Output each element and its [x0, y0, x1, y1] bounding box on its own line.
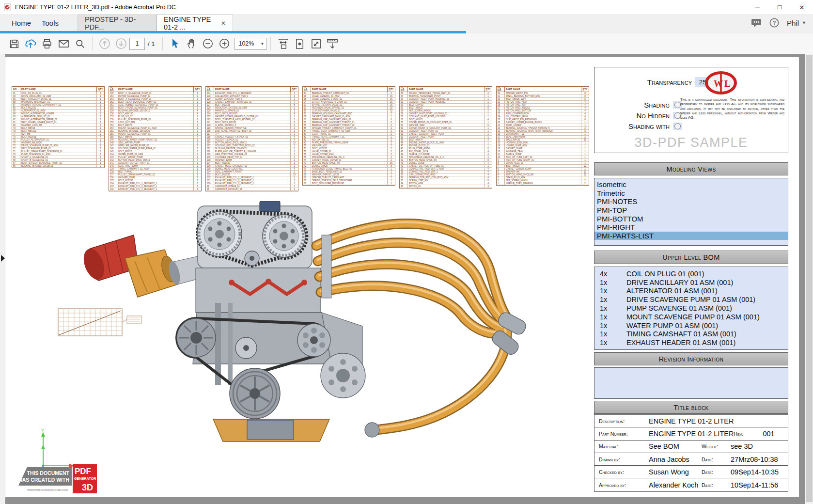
confidentiality-notice: This is a controlled document. This info…: [680, 97, 784, 120]
engine-3d-view[interactable]: [52, 201, 542, 453]
title-block-row: Approved by: Alexander Koch Date: 10Sep1…: [594, 478, 788, 491]
title-block-label: Drawn by:: [599, 457, 649, 462]
chevron-down-icon: ▼: [802, 20, 806, 25]
modeling-views-header: Modeling Views: [594, 162, 788, 175]
save-button[interactable]: [6, 36, 22, 51]
title-block-value: ENGINE TYPE 01-2 LITER: [649, 417, 734, 425]
timing-drive: [197, 201, 312, 268]
parts-tables: NOPART NAMEQTY91COIL_ON_PLUG_01490DRIVE_…: [12, 86, 593, 198]
title-block-label2: Rev:: [734, 431, 763, 437]
svg-text:Y: Y: [41, 428, 44, 433]
hand-tool-button[interactable]: [183, 36, 200, 51]
nav-pane-expand-handle[interactable]: [1, 255, 5, 262]
bom-item[interactable]: 4x COIL ON PLUG 01 (001): [594, 269, 788, 278]
bom-item[interactable]: 1x DRIVE ANCILLARY 01 ASM (001): [594, 278, 788, 287]
user-menu[interactable]: Phil ▼: [787, 19, 806, 27]
exhaust-flange: [322, 235, 331, 298]
fit-width-icon: [278, 38, 289, 49]
print-button[interactable]: [39, 36, 55, 51]
modeling-view-item[interactable]: PMI-BOTTOM: [594, 214, 788, 223]
title-block-row: Part Number: ENGINE TYPE 01-2 LITER Rev:…: [594, 427, 788, 440]
bom-item[interactable]: 1x TIMING CAMSHAFT 01 ASM (001): [594, 330, 788, 339]
title-block-value: Susan Wong: [649, 468, 702, 476]
fit-page-button[interactable]: [291, 36, 308, 51]
title-block-label: Part Number:: [599, 431, 649, 437]
bom-item[interactable]: 1x MOUNT SCAVENGE PUMP 01 ASM (001): [594, 313, 788, 321]
previous-page-button[interactable]: [96, 36, 113, 51]
logo-pdf: PDF: [75, 467, 91, 476]
bom-item-qty: 1x: [594, 339, 626, 346]
bom-item[interactable]: 1x EXHAUST HEADER 01 ASM (001): [594, 338, 788, 347]
title-block-value2: see 3D: [731, 442, 788, 450]
title-block-value2: 10Sep14-11:56: [731, 481, 788, 489]
minimize-button[interactable]: ─: [746, 0, 768, 15]
parts-table: PC NOPART NAMEQTY131EXHAUST_PIPE_CYL_4_S…: [205, 86, 298, 191]
revision-information-header: Revision Information: [594, 352, 788, 365]
bom-item-name: ALTERNATOR 01 ASM (001): [626, 287, 788, 295]
bom-item[interactable]: 1x PUMP SCAVENGE 01 ASM (001): [594, 304, 788, 313]
bom-item[interactable]: 1x DRIVE SCAVENGE PUMP 01 ASM (001): [594, 295, 788, 304]
logo-line2: WAS CREATED WITH: [17, 477, 69, 483]
tab-close-icon[interactable]: ✕: [221, 20, 226, 27]
parts-table: PC NOPART NAMEQTY97BEARING_THRUST_CAMSHA…: [302, 86, 395, 186]
fit-width-button[interactable]: [275, 36, 291, 51]
modeling-view-item[interactable]: PMI-RIGHT: [594, 223, 788, 232]
shading-radio-button[interactable]: [673, 123, 682, 130]
sample-watermark: 3D-PDF SAMPLE: [594, 135, 788, 150]
title-block-label2: Weight:: [702, 443, 731, 449]
parts-table-row: 66BUSHING_BRONZE_20X15X152: [12, 165, 104, 168]
maximize-button[interactable]: ☐: [768, 0, 791, 15]
svg-text:L: L: [724, 79, 731, 89]
bom-item[interactable]: 1x ALTERNATOR 01 ASM (001): [594, 287, 788, 296]
title-block-label: Checked by:: [599, 469, 649, 475]
modeling-view-item[interactable]: Isometric: [594, 180, 788, 189]
fullscreen-button[interactable]: [308, 36, 324, 51]
bom-item-qty: 1x: [594, 330, 626, 338]
read-mode-button[interactable]: [324, 36, 341, 51]
modeling-view-item[interactable]: PMI-NOTES: [594, 197, 788, 206]
user-name: Phil: [787, 19, 799, 27]
bom-item[interactable]: 1x WATER PUMP 01 ASM (001): [594, 321, 788, 330]
bom-item-qty: 1x: [594, 313, 626, 321]
doc-tab-label: PROSTEP - 3D-PDF...: [85, 16, 149, 31]
doc-tab-label: ENGINE TYPE 01-2 ...: [164, 16, 215, 31]
select-tool-button[interactable]: [167, 36, 183, 51]
share-cloud-button[interactable]: [22, 36, 39, 51]
zoom-level-value: 102%: [238, 40, 254, 47]
shading-option-row: No Hidden: [598, 110, 682, 121]
hand-icon: [187, 38, 197, 49]
doc-tab-engine[interactable]: ENGINE TYPE 01-2 ... ✕: [156, 15, 233, 31]
comments-icon[interactable]: [751, 18, 762, 27]
title-block-value: Alexander Koch: [649, 481, 702, 489]
doc-tab-prostep[interactable]: PROSTEP - 3D-PDF...: [78, 15, 156, 31]
parts-table-row: 33PISTON_014: [400, 185, 492, 188]
zoom-out-button[interactable]: [200, 36, 216, 51]
modeling-view-item[interactable]: PMI-TOP: [594, 206, 788, 215]
modeling-view-item[interactable]: PMI-PARTS-LIST: [594, 232, 788, 240]
scrollbar-thumb[interactable]: [806, 55, 813, 502]
vertical-scrollbar[interactable]: [805, 54, 813, 504]
tab-home[interactable]: Home: [10, 15, 33, 31]
page-down-icon: [115, 38, 127, 49]
read-mode-icon: [327, 38, 338, 49]
email-button[interactable]: [55, 36, 72, 51]
close-button[interactable]: ✕: [791, 0, 813, 15]
tab-tools-label: Tools: [42, 19, 59, 27]
zoom-in-button[interactable]: [216, 36, 233, 51]
select-cursor-icon: [171, 38, 179, 49]
title-block-value2: 27Mrz08-10:38: [731, 456, 788, 463]
help-icon[interactable]: ?: [769, 18, 779, 28]
title-block: Description: ENGINE TYPE 01-2 LITER Part…: [594, 414, 788, 492]
page-number-input[interactable]: [129, 38, 145, 50]
zoom-level-select[interactable]: 102% ▼: [235, 38, 266, 50]
next-page-button[interactable]: [113, 36, 129, 51]
modeling-view-item[interactable]: Trimetric: [594, 189, 788, 198]
tab-tools[interactable]: Tools: [40, 15, 61, 31]
shading-option-label: No Hidden: [636, 111, 670, 120]
search-button[interactable]: [72, 36, 88, 51]
parts-table-row: 1NEEDLE_TORX_BEARING2: [497, 182, 589, 185]
print-icon: [42, 39, 52, 49]
title-block-row: Drawn by: Anna Jacobs Date: 27Mrz08-10:3…: [594, 453, 788, 466]
weber-less-logo: W L: [705, 71, 737, 94]
title-block-value: See BOM: [649, 442, 702, 450]
